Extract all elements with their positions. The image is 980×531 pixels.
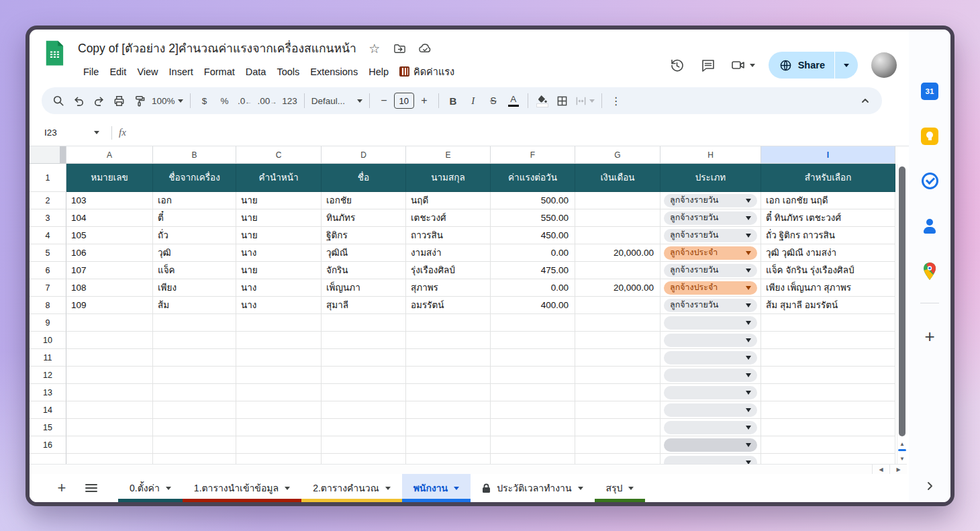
cell-b5[interactable]: วุฒิ (153, 244, 236, 262)
cell-type[interactable] (660, 454, 761, 465)
menu-insert[interactable]: Insert (164, 64, 199, 79)
type-chip[interactable] (664, 456, 757, 465)
type-chip[interactable] (664, 403, 757, 417)
header-cell-E1[interactable]: นามสกุล (406, 164, 491, 192)
contacts-icon[interactable] (921, 217, 939, 235)
header-cell-A1[interactable]: หมายเลข (66, 164, 153, 192)
redo-button[interactable] (89, 91, 109, 111)
type-chip[interactable] (664, 386, 757, 399)
type-chip[interactable]: ลูกจ้างรายวัน (664, 299, 757, 312)
cell-a16[interactable] (66, 436, 153, 454)
cell-g13[interactable] (575, 384, 660, 401)
cell-f14[interactable] (491, 401, 575, 419)
cell-a6[interactable]: 107 (66, 262, 153, 279)
cell-type[interactable]: ลูกจ้างรายวัน (660, 227, 761, 244)
currency-format-button[interactable]: $ (195, 91, 215, 111)
menu-file[interactable]: File (78, 64, 104, 79)
cell-d3[interactable]: ทินภัทร (322, 209, 406, 227)
keep-icon[interactable] (921, 127, 939, 145)
cell-d8[interactable]: สุมาลี (322, 297, 406, 314)
scroll-right-button[interactable]: ▶ (889, 465, 907, 474)
cell-e14[interactable] (406, 401, 491, 419)
move-folder-icon[interactable] (393, 41, 407, 56)
cell-c7[interactable]: นาง (236, 279, 322, 297)
column-header-E[interactable]: E (406, 146, 491, 164)
cell-g8[interactable] (575, 297, 660, 314)
cell-f6[interactable]: 475.00 (491, 262, 575, 279)
cell-d7[interactable]: เพ็ญนภา (322, 279, 406, 297)
cell-i9[interactable] (761, 314, 895, 332)
cell-a7[interactable]: 108 (66, 279, 153, 297)
avatar[interactable] (871, 52, 897, 78)
add-sheet-button[interactable]: + (47, 474, 77, 502)
row-header-5[interactable]: 5 (30, 244, 66, 262)
cell-type[interactable]: ลูกจ้างรายวัน (660, 209, 761, 227)
comments-icon[interactable] (699, 56, 717, 74)
cell-g6[interactable] (575, 262, 660, 279)
cell-f9[interactable] (491, 314, 575, 332)
cell-b11[interactable] (153, 349, 236, 367)
cell-c9[interactable] (236, 314, 322, 332)
print-button[interactable] (109, 91, 129, 111)
cell-e9[interactable] (406, 314, 491, 332)
cell-b2[interactable]: เอก (153, 192, 236, 209)
cell-g11[interactable] (575, 349, 660, 367)
cell-b3[interactable]: ตี๋ (153, 209, 236, 227)
row-header-12[interactable]: 12 (30, 367, 66, 384)
cell-i14[interactable] (761, 401, 895, 419)
row-header-14[interactable]: 14 (30, 401, 66, 419)
cell-g5[interactable]: 20,000.00 (575, 244, 660, 262)
row-header-4[interactable]: 4 (30, 227, 66, 244)
cell-b12[interactable] (153, 367, 236, 384)
cell-b6[interactable]: แจ็ค (153, 262, 236, 279)
sheet-tab-4[interactable]: พนักงาน (402, 474, 471, 502)
cell-c12[interactable] (236, 367, 322, 384)
cell-e8[interactable]: อมรรัตน์ (406, 297, 491, 314)
cell-e16[interactable] (406, 436, 491, 454)
cell-g16[interactable] (575, 436, 660, 454)
type-chip[interactable] (664, 421, 757, 434)
document-title[interactable]: Copy of [ตัวอย่าง 2]คำนวณค่าแรงจากเครื่อ… (78, 39, 356, 58)
cell-e7[interactable]: สุภาพร (406, 279, 491, 297)
star-icon[interactable]: ☆ (367, 41, 382, 56)
cell-c3[interactable]: นาย (236, 209, 322, 227)
cell-f16[interactable] (491, 436, 575, 454)
cell-a2[interactable]: 103 (66, 192, 153, 209)
sheet-tab-3[interactable]: 2.ตารางคำนวณ (301, 474, 402, 502)
italic-button[interactable]: I (463, 91, 483, 111)
cell-i2[interactable]: เอก เอกชัย นฤดี (761, 192, 895, 209)
cell-d16[interactable] (322, 436, 406, 454)
cell-g2[interactable] (575, 192, 660, 209)
scroll-left-button[interactable]: ◀ (872, 465, 889, 474)
decrease-font-button[interactable]: − (374, 91, 394, 111)
cell[interactable] (66, 454, 153, 465)
merge-cells-button[interactable] (573, 91, 597, 111)
column-header-H[interactable]: H (660, 146, 761, 164)
side-panel-add-button[interactable]: + (924, 326, 934, 347)
cell-i10[interactable] (761, 332, 895, 349)
menu-data[interactable]: Data (240, 64, 272, 79)
cell-a8[interactable]: 109 (66, 297, 153, 314)
cell-i3[interactable]: ตี๋ ทินภัทร เตชะวงศ์ (761, 209, 895, 227)
cell-a13[interactable] (66, 384, 153, 401)
strikethrough-button[interactable]: S (483, 91, 503, 111)
cell-c4[interactable]: นาย (236, 227, 322, 244)
type-chip[interactable] (664, 351, 757, 365)
cell-type[interactable]: ลูกจ้างประจำ (660, 244, 761, 262)
type-chip[interactable]: ลูกจ้างรายวัน (664, 211, 757, 225)
cell-f13[interactable] (491, 384, 575, 401)
cell-a5[interactable]: 106 (66, 244, 153, 262)
cell-c5[interactable]: นาง (236, 244, 322, 262)
vertical-scrollbar[interactable]: ▲ ▼ (897, 164, 907, 464)
menu-view[interactable]: View (132, 64, 163, 79)
cell-e2[interactable]: นฤดี (406, 192, 491, 209)
menu-edit[interactable]: Edit (104, 64, 132, 79)
search-button[interactable] (48, 91, 68, 111)
cell-d10[interactable] (322, 332, 406, 349)
cell-b8[interactable]: ส้ม (153, 297, 236, 314)
cell-e13[interactable] (406, 384, 491, 401)
column-header-F[interactable]: F (491, 146, 575, 164)
cell-b7[interactable]: เพียง (153, 279, 236, 297)
cell-g9[interactable] (575, 314, 660, 332)
cell-b14[interactable] (153, 401, 236, 419)
